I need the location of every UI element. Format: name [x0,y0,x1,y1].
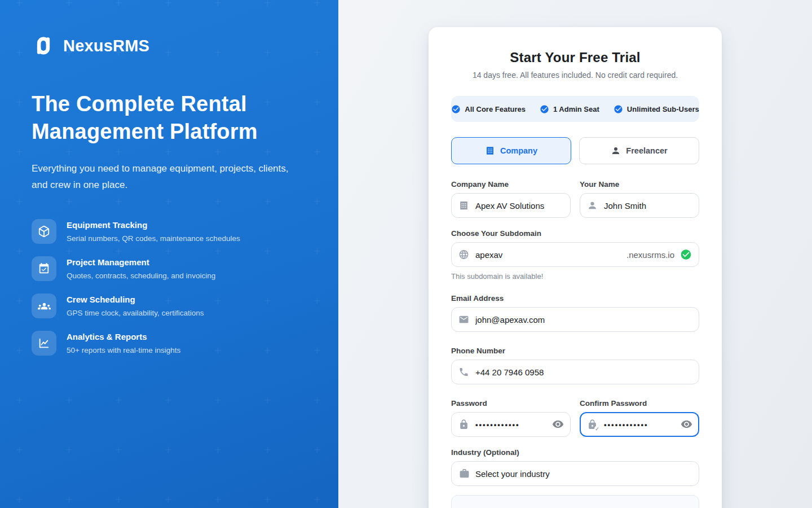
industry-select-value: Select your industry [475,469,550,479]
person-icon [611,146,621,156]
subdomain-suffix: .nexusrms.io [626,250,674,260]
industry-select[interactable]: Select your industry [451,461,699,486]
eye-icon [552,418,564,430]
your-name-label: Your Name [580,180,699,189]
feature-item-analytics-reports: Analytics & Reports 50+ reports with rea… [32,331,307,356]
phone-label: Phone Number [451,347,699,355]
company-name-label: Company Name [451,180,571,189]
feature-item-crew-scheduling: Crew Scheduling GPS time clock, availabi… [32,294,307,318]
hero-subheadline: Everything you need to manage equipment,… [32,160,303,193]
form-area: Start Your Free Trial 14 days free. All … [338,0,812,508]
feature-description: 50+ reports with real-time insights [67,345,180,356]
badge-label: All Core Features [465,105,526,113]
lock-check-icon: ✓ [587,419,598,430]
brand-panel: ++++++++++++++++++++++++++++++++++++++++… [0,0,338,508]
confirm-password-group: Confirm Password ✓ [580,399,699,437]
feature-description: Serial numbers, QR codes, maintenance sc… [67,233,240,244]
lock-check-mark: ✓ [594,426,600,432]
building-icon [458,200,469,211]
password-group: Password [451,399,571,437]
toggle-company[interactable]: Company [451,137,571,164]
feature-title: Equipment Tracking [67,220,240,231]
envelope-icon [458,314,469,325]
feature-description: Quotes, contracts, scheduling, and invoi… [67,270,215,281]
badge-label: Unlimited Sub-Users [627,105,699,113]
lock-icon [458,419,469,430]
feature-description: GPS time clock, availability, certificat… [67,308,204,318]
confirm-password-visibility-toggle[interactable] [680,418,692,431]
your-name-group: Your Name [580,180,699,218]
confirm-password-label: Confirm Password [580,399,699,408]
briefcase-icon [459,468,470,479]
industry-group: Industry (Optional) Select your industry [451,448,699,486]
subdomain-available-check-icon [680,249,692,261]
feature-item-equipment-tracking: Equipment Tracking Serial numbers, QR co… [32,219,307,244]
check-circle-icon [540,104,549,114]
badge-label: 1 Admin Seat [553,105,599,113]
group-icon [32,294,56,318]
chart-line-icon [32,331,56,356]
account-type-toggle: Company Freelancer [451,137,699,164]
email-group: Email Address [451,294,699,332]
person-icon [587,200,598,211]
badge-unlimited-sub-users: Unlimited Sub-Users [614,104,699,114]
subdomain-label: Choose Your Subdomain [451,229,699,238]
trial-features-strip: All Core Features 1 Admin Seat Unlimited… [451,96,699,122]
subdomain-group: Choose Your Subdomain .nexusrms.io This … [451,229,699,281]
subdomain-helper-text: This subdomain is available! [451,272,699,281]
check-circle-icon [614,104,623,114]
company-name-group: Company Name [451,180,571,218]
badge-all-core-features: All Core Features [451,104,526,114]
password-visibility-toggle[interactable] [551,418,564,431]
form-subtitle: 14 days free. All features included. No … [451,71,699,80]
email-input[interactable] [451,307,699,332]
signup-page: ++++++++++++++++++++++++++++++++++++++++… [0,0,812,508]
phone-icon [458,367,469,378]
signup-card: Start Your Free Trial 14 days free. All … [429,27,722,508]
phone-input[interactable] [451,360,699,384]
hero-headline: The Complete Rental Management Platform [32,90,274,146]
toggle-company-label: Company [500,146,537,155]
feature-title: Analytics & Reports [67,331,180,343]
feature-title: Project Management [67,257,215,268]
phone-group: Phone Number [451,347,699,384]
eye-icon [681,418,692,430]
building-icon [485,146,495,156]
toggle-freelancer[interactable]: Freelancer [579,137,699,164]
brand-panel-content: NexusRMS The Complete Rental Management … [0,0,338,356]
toggle-freelancer-label: Freelancer [626,146,667,155]
password-label: Password [451,399,571,408]
form-title: Start Your Free Trial [451,50,699,65]
check-circle-icon [451,104,461,114]
globe-icon [458,249,469,260]
package-icon [32,219,56,244]
feature-title: Crew Scheduling [67,294,204,305]
calendar-check-icon [32,256,56,281]
feature-list: Equipment Tracking Serial numbers, QR co… [32,219,307,356]
brand-logo: NexusRMS [32,34,307,58]
next-section-partial [451,495,699,508]
feature-item-project-management: Project Management Quotes, contracts, sc… [32,256,307,281]
nexusrms-logo-icon [32,34,55,58]
industry-label: Industry (Optional) [451,448,699,457]
brand-name: NexusRMS [63,37,149,55]
badge-admin-seat: 1 Admin Seat [540,104,599,114]
email-label: Email Address [451,294,699,303]
